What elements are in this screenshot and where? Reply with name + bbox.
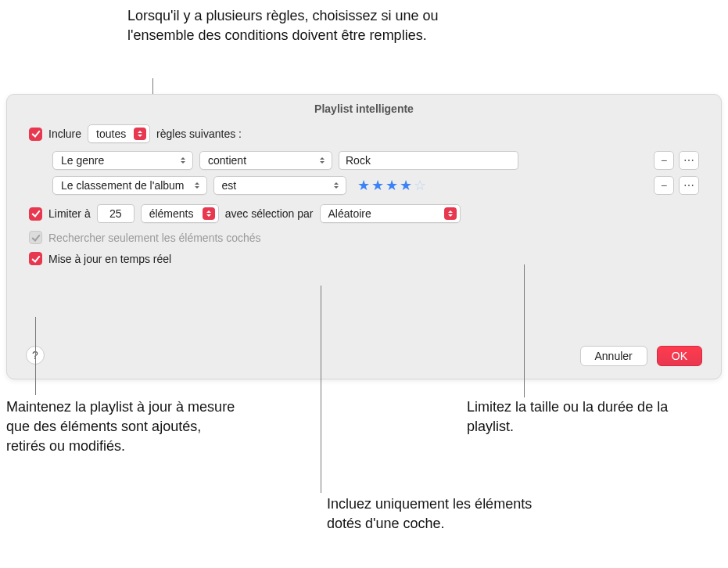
rule-field-value: Le genre — [61, 154, 104, 167]
smart-playlist-dialog: Playlist intelligente Inclure toutes règ… — [6, 94, 722, 379]
rule-row: Le genre contient Rock − ⋯ — [52, 151, 699, 170]
rule-operator-value: contient — [208, 154, 246, 167]
cancel-button[interactable]: Annuler — [580, 346, 647, 366]
live-update-checkbox[interactable] — [29, 252, 42, 265]
only-checked-label: Rechercher seulement les éléments cochés — [48, 232, 261, 244]
dialog-title: Playlist intelligente — [7, 95, 721, 124]
chevron-updown-icon — [191, 179, 203, 192]
limit-label: Limiter à — [48, 207, 91, 220]
dialog-footer: Annuler OK — [580, 346, 703, 366]
callout-line — [35, 317, 36, 395]
star-icon: ★ — [400, 178, 412, 192]
rule-operator-value: est — [222, 179, 237, 192]
rule-row: Le classement de l'album est ★ ★ ★ ★ ☆ −… — [52, 176, 699, 195]
remove-rule-button[interactable]: − — [654, 151, 674, 170]
include-label-before: Inclure — [48, 128, 81, 140]
match-mode-value: toutes — [96, 128, 126, 140]
rule-options-button[interactable]: ⋯ — [679, 151, 699, 170]
limit-by-value: Aléatoire — [328, 207, 371, 220]
limit-unit-select[interactable]: éléments — [141, 204, 219, 223]
callout-line — [524, 264, 525, 397]
rule-operator-select[interactable]: est — [213, 176, 346, 195]
rule-field-select[interactable]: Le classement de l'album — [52, 176, 207, 195]
include-label-after: règles suivantes : — [156, 128, 242, 140]
limit-by-label: avec sélection par — [225, 207, 314, 220]
cancel-label: Annuler — [595, 350, 633, 362]
ellipsis-icon: ⋯ — [683, 154, 694, 167]
callout-limit: Limitez la taille ou la durée de la play… — [467, 397, 670, 437]
limit-count-input[interactable]: 25 — [97, 204, 134, 223]
minus-icon: − — [661, 179, 667, 192]
star-icon: ★ — [371, 178, 384, 192]
include-row: Inclure toutes règles suivantes : — [29, 124, 699, 143]
minus-icon: − — [661, 154, 667, 167]
chevron-updown-icon — [134, 128, 146, 140]
rule-options-button[interactable]: ⋯ — [679, 176, 699, 195]
chevron-updown-icon — [203, 207, 215, 220]
callout-line — [321, 286, 321, 493]
callout-live-update: Maintenez la playlist à jour à mesure qu… — [6, 397, 241, 457]
rule-operator-select[interactable]: contient — [199, 151, 332, 170]
limit-by-select[interactable]: Aléatoire — [320, 204, 461, 223]
star-empty-icon: ☆ — [414, 178, 426, 192]
rule-star-rating[interactable]: ★ ★ ★ ★ ☆ — [353, 178, 426, 192]
ellipsis-icon: ⋯ — [683, 179, 694, 192]
limit-unit-value: éléments — [149, 207, 194, 220]
limit-count-value: 25 — [109, 207, 122, 220]
limit-row: Limiter à 25 éléments avec sélection par… — [29, 204, 699, 223]
chevron-updown-icon — [330, 179, 342, 192]
rules-block: Le genre contient Rock − ⋯ Le clas — [52, 151, 699, 195]
ok-label: OK — [672, 350, 687, 362]
rule-field-select[interactable]: Le genre — [52, 151, 193, 170]
star-icon: ★ — [386, 178, 398, 192]
ok-button[interactable]: OK — [657, 346, 702, 366]
only-checked-checkbox[interactable] — [29, 231, 42, 244]
rule-field-value: Le classement de l'album — [61, 179, 185, 192]
chevron-updown-icon — [316, 154, 328, 167]
match-mode-select[interactable]: toutes — [88, 124, 150, 143]
include-checkbox[interactable] — [29, 128, 42, 141]
remove-rule-button[interactable]: − — [654, 176, 674, 195]
limit-checkbox[interactable] — [29, 207, 42, 221]
rule-value-input[interactable]: Rock — [339, 151, 518, 170]
callout-only-checked: Incluez uniquement les éléments dotés d'… — [327, 494, 561, 534]
live-update-row: Mise à jour en temps réel — [29, 252, 699, 265]
live-update-label: Mise à jour en temps réel — [48, 253, 171, 265]
only-checked-row: Rechercher seulement les éléments cochés — [29, 231, 699, 244]
chevron-updown-icon — [444, 207, 457, 220]
star-icon: ★ — [357, 178, 370, 192]
rule-value-text: Rock — [346, 154, 371, 167]
chevron-updown-icon — [177, 154, 189, 167]
callout-top: Lorsqu'il y a plusieurs règles, choisiss… — [127, 6, 503, 45]
